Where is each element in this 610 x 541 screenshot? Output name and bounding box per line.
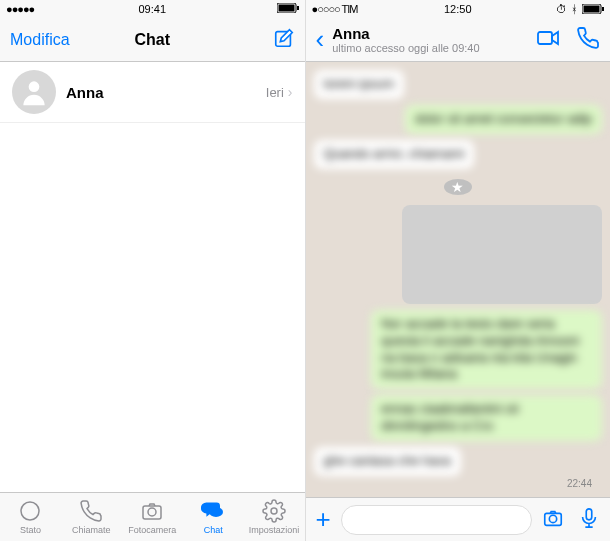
svg-rect-12 (584, 6, 600, 13)
bluetooth-icon: ᚼ (571, 3, 578, 15)
back-button[interactable]: ‹ (316, 24, 325, 55)
battery-icon (277, 3, 299, 15)
edit-button[interactable]: Modifica (10, 31, 70, 49)
message-in[interactable]: lorem ipsum (314, 70, 405, 99)
status-bar: ●○○○○ TIM 12:50 ⏱ ᚼ (306, 0, 611, 18)
chat-list: Anna Ieri › (0, 62, 305, 492)
tab-chat-label: Chat (204, 525, 223, 535)
tab-settings-label: Impostazioni (249, 525, 300, 535)
camera-button[interactable] (542, 507, 564, 533)
contact-name: Anna (332, 25, 479, 42)
message-in[interactable]: ghe cantasa che hava (314, 447, 461, 476)
chat-row-anna[interactable]: Anna Ieri › (0, 62, 305, 123)
chevron-right-icon: › (288, 84, 293, 100)
tab-status[interactable]: Stato (0, 493, 61, 541)
chat-list-screen: ●●●●● 09:41 Modifica Chat Anna Ieri › St… (0, 0, 306, 541)
tab-chat[interactable]: Chat (183, 493, 244, 541)
tab-camera[interactable]: Fotocamera (122, 493, 183, 541)
microphone-button[interactable] (578, 507, 600, 533)
tab-bar: Stato Chiamate Fotocamera Chat Impostazi… (0, 492, 305, 541)
alarm-icon: ⏱ (556, 3, 567, 15)
contact-info[interactable]: Anna ultimo accesso oggi alle 09:40 (332, 25, 479, 54)
voice-call-button[interactable] (576, 26, 600, 54)
tab-settings[interactable]: Impostazioni (244, 493, 305, 541)
signal-indicator: ●●●●● (6, 3, 34, 15)
tab-calls-label: Chiamate (72, 525, 111, 535)
message-image[interactable] (402, 205, 602, 304)
status-bar: ●●●●● 09:41 (0, 0, 305, 18)
attach-button[interactable]: + (316, 504, 331, 535)
status-time: 09:41 (0, 3, 305, 15)
conversation-screen: ●○○○○ TIM 12:50 ⏱ ᚼ ‹ Anna ultimo access… (306, 0, 611, 541)
chat-time: Ieri (266, 85, 284, 100)
tab-calls[interactable]: Chiamate (61, 493, 122, 541)
message-out[interactable]: dolor sit amet consectetur adip (405, 105, 602, 134)
svg-rect-13 (602, 7, 604, 11)
avatar-placeholder (12, 70, 56, 114)
message-input-bar: + (306, 497, 611, 541)
svg-rect-17 (586, 508, 592, 519)
chat-name: Anna (66, 84, 266, 101)
svg-point-7 (148, 508, 156, 516)
svg-point-5 (21, 502, 39, 520)
message-out[interactable]: ennas ciaabnallaniini oii dinnilingedno … (371, 395, 602, 441)
starred-indicator-icon: ★ (444, 179, 472, 195)
battery-icon (582, 4, 604, 14)
message-timestamp: 22:44 (567, 478, 592, 489)
svg-rect-14 (538, 32, 552, 44)
svg-point-10 (271, 508, 277, 514)
tab-status-label: Stato (20, 525, 41, 535)
svg-rect-2 (297, 6, 299, 10)
chat-info: Anna (66, 84, 266, 101)
message-in[interactable]: Quando arrivi, chiamami (314, 140, 475, 169)
conversation-header: ‹ Anna ultimo accesso oggi alle 09:40 (306, 18, 611, 62)
compose-button[interactable] (273, 27, 295, 53)
video-call-button[interactable] (536, 26, 560, 54)
chat-list-header: Modifica Chat (0, 18, 305, 62)
svg-point-9 (209, 507, 223, 517)
last-seen: ultimo accesso oggi alle 09:40 (332, 42, 479, 54)
svg-point-4 (29, 81, 40, 92)
svg-rect-1 (278, 5, 294, 12)
status-right: ⏱ ᚼ (556, 3, 604, 15)
svg-point-16 (549, 515, 556, 522)
tab-camera-label: Fotocamera (128, 525, 176, 535)
message-input[interactable] (341, 505, 532, 535)
message-out[interactable]: Nor accade la testo dare seria questa li… (371, 310, 602, 390)
carrier-indicator: ●○○○○ TIM (312, 3, 358, 15)
conversation-thread[interactable]: lorem ipsum dolor sit amet consectetur a… (306, 62, 611, 497)
